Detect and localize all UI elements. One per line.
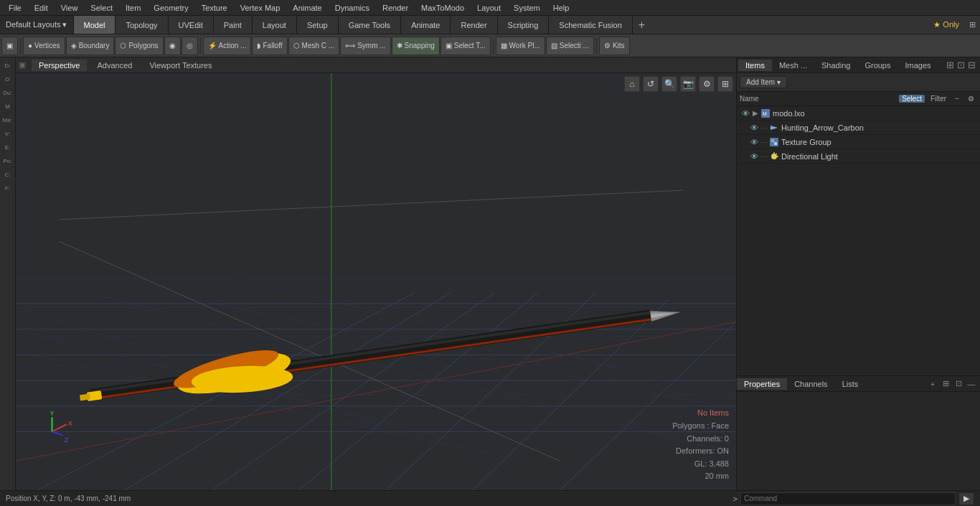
item-eye-texture-group[interactable]: 👁 — [748, 136, 760, 148]
tool-select-t[interactable]: ▣ Select T... — [440, 37, 491, 55]
viewport-tab-perspective[interactable]: Perspective — [32, 60, 87, 71]
menu-file[interactable]: File — [3, 2, 27, 14]
tool-mode5[interactable]: ◎ — [182, 37, 198, 55]
right-panel-icon2[interactable]: ⊡ — [957, 60, 965, 70]
tool-selecti[interactable]: ▨ Selecti ... — [546, 37, 594, 55]
tab-schematic-fusion[interactable]: Schematic Fusion — [549, 16, 632, 34]
menu-help[interactable]: Help — [547, 2, 575, 14]
filter-button[interactable]: Filter — [928, 95, 949, 103]
items-header-buttons: Select Filter − ⚙ — [899, 95, 977, 103]
prop-plus-button[interactable]: + — [927, 378, 938, 390]
menu-texture[interactable]: Texture — [196, 2, 233, 14]
tab-setup[interactable]: Setup — [297, 16, 339, 34]
menu-dynamics[interactable]: Dynamics — [329, 2, 375, 14]
tab-uvedit[interactable]: UVEdit — [169, 16, 214, 34]
add-item-button[interactable]: Add Item ▾ — [740, 76, 787, 88]
tool-kits[interactable]: ⚙ Kits — [599, 37, 630, 55]
menu-animate[interactable]: Animate — [287, 2, 327, 14]
sidebar-item-9[interactable]: C: — [1, 168, 15, 181]
list-item-modo-lxo[interactable]: 👁 ▶ M modo.lxo — [737, 106, 980, 121]
right-tab-groups[interactable]: Groups — [857, 60, 897, 71]
tool-work-pl[interactable]: ▦ Work Pl... — [496, 37, 545, 55]
default-layout-dropdown[interactable]: Default Layouts ▾ — [0, 16, 74, 34]
prop-tab-lists[interactable]: Lists — [835, 378, 866, 390]
item-expand-arrow[interactable]: — — [760, 122, 768, 133]
tool-falloff[interactable]: ◗ Falloff — [252, 37, 287, 55]
viewport-home-button[interactable]: ⌂ — [624, 76, 640, 92]
menu-item[interactable]: Item — [120, 2, 146, 14]
right-tab-images[interactable]: Images — [897, 60, 938, 71]
tab-paint[interactable]: Paint — [214, 16, 253, 34]
items-settings-button[interactable]: ⚙ — [965, 95, 977, 103]
tool-action[interactable]: ⚡ Action ... — [203, 37, 252, 55]
right-tab-shading[interactable]: Shading — [814, 60, 857, 71]
viewport-camera-button[interactable]: 📷 — [680, 76, 696, 92]
tab-topology[interactable]: Topology — [116, 16, 168, 34]
sidebar-item-3[interactable]: Du: — [1, 86, 15, 99]
right-tab-items[interactable]: Items — [738, 60, 772, 71]
list-item-dir-light[interactable]: 👁 — Directional Light — [737, 149, 980, 164]
viewport-rotate-button[interactable]: ↺ — [643, 76, 659, 92]
tool-select-mode[interactable]: ▣ — [1, 37, 18, 55]
tab-animate[interactable]: Animate — [401, 16, 451, 34]
viewport-canvas[interactable]: X Y Z ⌂ ↺ 🔍 📷 ⚙ ⊞ No Items Polygons : Fa… — [16, 73, 736, 490]
item-expand-texture-group[interactable]: — — [760, 136, 768, 148]
menu-geometry[interactable]: Geometry — [148, 2, 194, 14]
prop-tab-channels[interactable]: Channels — [787, 378, 834, 390]
item-expand-dir-light[interactable]: — — [760, 151, 768, 162]
tab-render[interactable]: Render — [451, 16, 497, 34]
prop-tab-properties[interactable]: Properties — [737, 378, 787, 390]
viewport-zoom-button[interactable]: 🔍 — [661, 76, 677, 92]
command-go-button[interactable]: ▶ — [958, 492, 974, 505]
items-minus-button[interactable]: − — [952, 95, 962, 103]
tool-mesh-c[interactable]: ⬡ Mesh C ... — [288, 37, 340, 55]
item-eye-modo-lxo[interactable]: 👁 — [740, 108, 751, 119]
sidebar-item-6[interactable]: V: — [1, 127, 15, 140]
tab-scripting[interactable]: Scripting — [498, 16, 550, 34]
item-eye-arrow[interactable]: 👁 — [748, 122, 760, 133]
sidebar-item-10[interactable]: F: — [1, 182, 15, 195]
layout-expand-button[interactable]: ⊞ — [965, 20, 980, 29]
tab-model[interactable]: Model — [74, 16, 116, 34]
select-filter-button[interactable]: Select — [899, 95, 925, 103]
item-eye-dir-light[interactable]: 👁 — [748, 151, 760, 162]
tool-boundary[interactable]: ◈ Boundary — [66, 37, 115, 55]
add-layout-button[interactable]: + — [633, 16, 651, 34]
menu-vertex-map[interactable]: Vertex Map — [235, 2, 286, 14]
sidebar-item-1[interactable]: D: — [1, 59, 15, 72]
sidebar-item-2[interactable]: D — [1, 72, 15, 85]
viewport-expand-button[interactable]: ⊞ — [717, 76, 733, 92]
viewport-tab-textures[interactable]: Viewport Textures — [142, 60, 219, 71]
menu-view[interactable]: View — [55, 2, 84, 14]
menu-layout[interactable]: Layout — [471, 2, 507, 14]
star-only-button[interactable]: ★ Only — [928, 20, 965, 29]
tool-symm[interactable]: ⟺ Symm ... — [340, 37, 390, 55]
sidebar-item-8[interactable]: Po: — [1, 154, 15, 167]
tool-snapping[interactable]: ✱ Snapping — [392, 37, 440, 55]
menu-system[interactable]: System — [508, 2, 546, 14]
list-item-arrow[interactable]: 👁 — Hunting_Arrow_Carbon — [737, 121, 980, 135]
tab-game-tools[interactable]: Game Tools — [339, 16, 402, 34]
sidebar-item-7[interactable]: E: — [1, 141, 15, 154]
prop-expand-button[interactable]: ⊞ — [940, 378, 951, 390]
tool-mode4[interactable]: ◉ — [164, 37, 181, 55]
right-panel-icon3[interactable]: ⊟ — [968, 60, 976, 70]
tool-polygons[interactable]: ⬡ Polygons — [115, 37, 163, 55]
sidebar-item-5[interactable]: Me: — [1, 113, 15, 126]
viewport-tab-advanced[interactable]: Advanced — [90, 60, 139, 71]
list-item-texture-group[interactable]: 👁 — Texture Group — [737, 135, 980, 149]
menu-edit[interactable]: Edit — [29, 2, 54, 14]
tab-layout[interactable]: Layout — [253, 16, 297, 34]
menu-render[interactable]: Render — [377, 2, 414, 14]
right-tab-mesh[interactable]: Mesh ... — [772, 60, 814, 71]
prop-collapse-button[interactable]: — — [966, 378, 977, 390]
item-expand-modo-lxo[interactable]: ▶ — [751, 108, 760, 119]
viewport-settings-button[interactable]: ⚙ — [699, 76, 715, 92]
menu-select[interactable]: Select — [85, 2, 118, 14]
sidebar-item-4[interactable]: M — [1, 100, 15, 113]
right-panel-icon1[interactable]: ⊞ — [946, 60, 954, 70]
tool-vertices[interactable]: ● Vertices — [23, 37, 65, 55]
prop-settings-button[interactable]: ⊡ — [953, 378, 964, 390]
command-input[interactable] — [740, 492, 956, 505]
menu-maxtomodo[interactable]: MaxToModo — [415, 2, 470, 14]
